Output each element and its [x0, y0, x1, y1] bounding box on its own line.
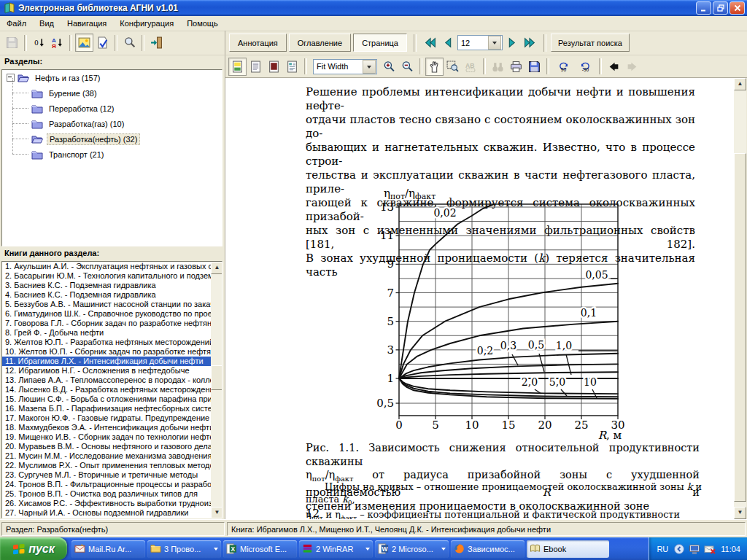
- zoom-out-button[interactable]: [398, 58, 417, 76]
- scroll-up-icon[interactable]: ▲: [211, 262, 222, 274]
- taskbar-task[interactable]: 3 Прово...: [147, 540, 221, 558]
- list-item[interactable]: 16. Мазепа Б.П. - Парафинизация нефтесбо…: [2, 404, 211, 413]
- viewer-tab[interactable]: Аннотация: [229, 34, 287, 52]
- list-item[interactable]: 3. Басниев К.С. - Подземная гидравлика: [2, 281, 211, 290]
- list-item[interactable]: 21. Мусин М.М. - Исследование механизма …: [2, 451, 211, 461]
- list-item[interactable]: 2. Басарыгин Ю.М. - Технология капитальн…: [2, 271, 211, 281]
- tree-item[interactable]: Переработка (12): [2, 101, 222, 116]
- next-page-button[interactable]: [503, 34, 521, 52]
- list-item[interactable]: 27. Чарный И.А. - Основы подземной гидра…: [2, 508, 211, 518]
- search-results-button[interactable]: Результат поиска: [551, 34, 630, 52]
- page-number-combo[interactable]: 12: [457, 35, 503, 50]
- exit-button[interactable]: [147, 34, 166, 52]
- print-button[interactable]: [507, 58, 525, 76]
- sort-alpha-button[interactable]: АЯ: [48, 34, 66, 52]
- back-button[interactable]: [605, 58, 623, 76]
- menu-item[interactable]: Помощь: [180, 17, 225, 30]
- sort-number-button[interactable]: 0: [30, 34, 48, 52]
- save-page-button[interactable]: [525, 58, 543, 76]
- mail-error-icon[interactable]: [704, 543, 716, 555]
- list-item[interactable]: 23. Сургучев М.Л. - Вторичные и третичны…: [2, 470, 211, 480]
- list-item[interactable]: 13. Липаев А.А. - Тепломассоперенос в по…: [2, 376, 211, 385]
- zoom-in-button[interactable]: [380, 58, 398, 76]
- page-text-view-button[interactable]: [283, 58, 301, 76]
- list-item[interactable]: 12. Ибрагимов Н.Г. - Осложнения в нефтед…: [2, 366, 211, 376]
- save-button[interactable]: [3, 34, 21, 52]
- rotate-cw-button[interactable]: 90: [552, 58, 574, 76]
- hand-tool-button[interactable]: [425, 58, 444, 76]
- taskbar-task[interactable]: 2 WinRAR: [299, 540, 373, 558]
- tree-item[interactable]: Транспорт (21): [2, 147, 222, 162]
- list-item[interactable]: 7. Говорова Г.Л. - Сборник задач по разр…: [2, 319, 211, 328]
- search-button[interactable]: [120, 34, 139, 52]
- taskbar-task[interactable]: Ebook: [527, 540, 609, 558]
- list-item[interactable]: 24. Тронов В.П. - Фильтрационные процесс…: [2, 480, 211, 489]
- forward-button[interactable]: [623, 58, 641, 76]
- list-item[interactable]: 20. Муравьев В.М. - Основы нефтяного и г…: [2, 442, 211, 451]
- rotate-ccw-button[interactable]: -90: [574, 58, 596, 76]
- page-dark-view-button[interactable]: [265, 58, 283, 76]
- menu-item[interactable]: Конфигурация: [113, 17, 180, 30]
- list-item[interactable]: 19. Мищенко И.В. - Сборник задач по техн…: [2, 432, 211, 442]
- scroll-up-icon[interactable]: ▲: [734, 78, 746, 90]
- list-item[interactable]: 5. Беззубов А.В. - Машинист насосной ста…: [2, 300, 211, 309]
- group-dropdown-icon[interactable]: [441, 548, 446, 553]
- tree-item[interactable]: Разработка(газ) (10): [2, 116, 222, 131]
- combo-dropdown-icon[interactable]: [488, 36, 501, 50]
- list-item[interactable]: 1. Акульшин А.И. - Эксплуатация нефтяных…: [2, 262, 211, 271]
- taskbar-task[interactable]: W2 Microso...: [375, 540, 449, 558]
- find-button[interactable]: [489, 58, 507, 76]
- tree-item[interactable]: Бурение (38): [2, 85, 222, 101]
- group-dropdown-icon[interactable]: [365, 548, 370, 553]
- text-select-button[interactable]: AB: [462, 58, 480, 76]
- restore-button[interactable]: [713, 1, 728, 15]
- group-dropdown-icon[interactable]: [214, 548, 218, 553]
- minimize-button[interactable]: [696, 1, 711, 15]
- prev-page-button[interactable]: [439, 34, 457, 52]
- menu-item[interactable]: Навигация: [61, 17, 113, 30]
- list-item[interactable]: 8. Грей Ф. - Добыча нефти: [2, 328, 211, 338]
- list-item[interactable]: 14. Лысенко В.Д. - Разработка нефтяных м…: [2, 385, 211, 394]
- first-page-button[interactable]: [421, 34, 439, 52]
- menu-item[interactable]: Вид: [33, 17, 61, 30]
- page-gray-view-button[interactable]: [247, 58, 265, 76]
- hide-icons-icon[interactable]: [673, 543, 685, 555]
- annotation-check-button[interactable]: [93, 34, 112, 52]
- scroll-down-icon[interactable]: ▼: [734, 507, 746, 519]
- start-button[interactable]: пуск: [0, 537, 67, 560]
- display-icon[interactable]: [689, 543, 700, 555]
- menu-item[interactable]: Файл: [0, 17, 33, 30]
- close-button[interactable]: [729, 1, 745, 15]
- last-page-button[interactable]: [521, 34, 539, 52]
- zoom-select-button[interactable]: [444, 58, 462, 76]
- list-item[interactable]: 26. Хисамов Р.С. - Эффективность выработ…: [2, 499, 211, 508]
- list-item[interactable]: 25. Тронов В.П. - Очистка вод различных …: [2, 489, 211, 499]
- list-item[interactable]: 15. Люшин С.Ф. - Борьба с отложениями па…: [2, 394, 211, 404]
- books-list-scrollbar[interactable]: ▲ ▼: [211, 262, 222, 518]
- combo-dropdown-icon[interactable]: [363, 60, 376, 74]
- list-item[interactable]: 4. Басниев К.С. - Подземная гидравлика: [2, 290, 211, 300]
- tree-item[interactable]: Разработка(нефть) (32): [2, 131, 222, 147]
- document-scrollbar[interactable]: ▲ ▼: [734, 78, 746, 519]
- scrollbar-thumb[interactable]: [211, 365, 222, 390]
- scroll-down-icon[interactable]: ▼: [211, 507, 222, 518]
- tree-expander-icon[interactable]: [7, 74, 15, 82]
- list-item[interactable]: 11. Ибрагимов Л.Х. - Интенсификация добы…: [2, 357, 211, 366]
- scrollbar-thumb[interactable]: [734, 153, 746, 502]
- list-item[interactable]: 10. Желтов Ю.П. - Сборник задач по разра…: [2, 347, 211, 357]
- viewer-tab[interactable]: Страница: [353, 34, 407, 52]
- page-color-view-button[interactable]: [228, 58, 247, 76]
- image-mode-button[interactable]: [75, 34, 93, 52]
- taskbar-task[interactable]: Mail.Ru Ar...: [71, 540, 145, 558]
- zoom-mode-combo[interactable]: Fit Width: [313, 59, 377, 74]
- tree-root-item[interactable]: Нефть и газ (157): [2, 70, 222, 85]
- list-item[interactable]: 18. Махмудбеков Э.А. - Интенсификация до…: [2, 423, 211, 432]
- viewer-tab[interactable]: Оглавление: [289, 34, 351, 52]
- language-indicator[interactable]: RU: [657, 545, 668, 553]
- list-item[interactable]: 17. Макогон Ю.Ф. - Газовые гидраты. Пред…: [2, 413, 211, 423]
- list-item[interactable]: 9. Желтов Ю.П. - Разработка нефтяных мес…: [2, 338, 211, 347]
- list-item[interactable]: 6. Гиматудинов Ш.К. - Справочное руковод…: [2, 309, 211, 319]
- list-item[interactable]: 22. Муслимов Р.Х. - Опыт применения тепл…: [2, 461, 211, 470]
- taskbar-task[interactable]: XMicrosoft E...: [223, 540, 297, 558]
- taskbar-task[interactable]: Зависимос...: [451, 540, 525, 558]
